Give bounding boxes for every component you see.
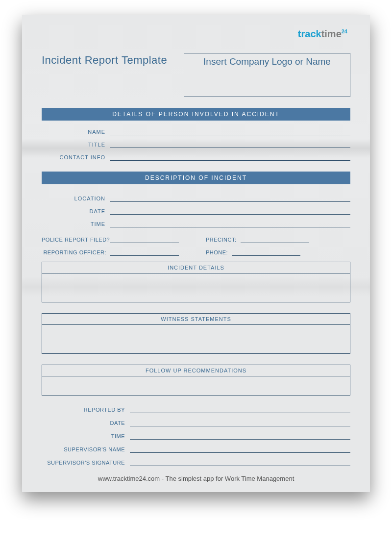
box-header-followup: FOLLOW UP RECOMMENDATIONS <box>42 365 350 376</box>
brand-time: time <box>321 28 342 39</box>
field-location: LOCATION <box>42 194 350 202</box>
police-row-1: POLICE REPORT FILED? PRECINCT: <box>42 235 350 243</box>
field-supervisor-sig: SUPERVISOR'S SIGNATURE <box>42 458 350 466</box>
label-name: NAME <box>42 129 110 135</box>
box-header-details: INCIDENT DETAILS <box>42 262 350 273</box>
label-precinct: PRECINCT: <box>206 237 241 243</box>
box-witness: WITNESS STATEMENTS <box>42 313 350 354</box>
input-time[interactable] <box>110 220 350 227</box>
input-precinct[interactable] <box>241 235 309 243</box>
brand-suffix: 24 <box>342 28 347 34</box>
document-page: tracktime24 Incident Report Template Ins… <box>22 15 370 492</box>
field-officer: REPORTING OFFICER: <box>42 248 186 256</box>
logo-placeholder-text: Insert Company Logo or Name <box>190 56 344 67</box>
label-title: TITLE <box>42 142 110 148</box>
box-body-witness[interactable] <box>42 325 350 353</box>
label-date: DATE <box>42 208 110 215</box>
input-contact[interactable] <box>110 153 350 161</box>
label-footer-date: DATE <box>42 420 130 426</box>
input-footer-date[interactable] <box>130 419 350 426</box>
input-supervisor-name[interactable] <box>130 445 350 453</box>
label-location: LOCATION <box>42 196 110 202</box>
incident-fields: LOCATION DATE TIME POLICE REPORT FILED? … <box>42 194 350 256</box>
field-supervisor-name: SUPERVISOR'S NAME <box>42 445 350 453</box>
label-contact: CONTACT INFO <box>42 154 110 161</box>
input-name[interactable] <box>110 127 350 135</box>
label-officer: REPORTING OFFICER: <box>42 249 110 256</box>
box-incident-details: INCIDENT DETAILS <box>42 262 350 302</box>
field-precinct: PRECINCT: <box>206 235 350 243</box>
input-police-filed[interactable] <box>110 235 179 243</box>
label-phone: PHONE: <box>206 249 232 256</box>
field-phone: PHONE: <box>206 248 350 256</box>
field-date: DATE <box>42 207 350 215</box>
police-row-2: REPORTING OFFICER: PHONE: <box>42 248 350 256</box>
company-logo-box[interactable]: Insert Company Logo or Name <box>184 53 350 97</box>
box-header-witness: WITNESS STATEMENTS <box>42 314 350 325</box>
input-footer-time[interactable] <box>130 432 350 440</box>
brand-track: track <box>298 28 321 39</box>
field-time: TIME <box>42 220 350 227</box>
label-supervisor-name: SUPERVISOR'S NAME <box>42 446 130 453</box>
input-title[interactable] <box>110 140 350 148</box>
field-name: NAME <box>42 127 350 135</box>
field-contact: CONTACT INFO <box>42 153 350 161</box>
page-footer: www.tracktime24.com - The simplest app f… <box>42 475 350 482</box>
brand-logo: tracktime24 <box>298 28 347 40</box>
section-incident-heading: DESCRIPTION OF INCIDENT <box>42 172 350 184</box>
header-row: Incident Report Template Insert Company … <box>42 53 350 97</box>
field-reported-by: REPORTED BY <box>42 405 350 413</box>
box-body-details[interactable] <box>42 273 350 302</box>
input-officer[interactable] <box>110 248 179 256</box>
input-date[interactable] <box>110 207 350 215</box>
person-fields: NAME TITLE CONTACT INFO <box>42 127 350 161</box>
section-person-heading: DETAILS OF PERSON INVOLVED IN ACCIDENT <box>42 108 350 121</box>
field-title: TITLE <box>42 140 350 148</box>
box-body-followup[interactable] <box>42 376 350 395</box>
label-police-filed: POLICE REPORT FILED? <box>42 237 110 243</box>
label-reported-by: REPORTED BY <box>42 407 130 413</box>
document-title: Incident Report Template <box>42 53 167 67</box>
footer-fields: REPORTED BY DATE TIME SUPERVISOR'S NAME … <box>42 405 350 466</box>
input-location[interactable] <box>110 194 350 202</box>
field-footer-time: TIME <box>42 432 350 440</box>
label-time: TIME <box>42 221 110 227</box>
input-supervisor-sig[interactable] <box>130 458 350 466</box>
field-police-filed: POLICE REPORT FILED? <box>42 235 186 243</box>
box-followup: FOLLOW UP RECOMMENDATIONS <box>42 365 350 396</box>
input-phone[interactable] <box>232 248 300 256</box>
field-footer-date: DATE <box>42 419 350 426</box>
label-supervisor-sig: SUPERVISOR'S SIGNATURE <box>42 460 130 466</box>
input-reported-by[interactable] <box>130 405 350 413</box>
label-footer-time: TIME <box>42 433 130 440</box>
